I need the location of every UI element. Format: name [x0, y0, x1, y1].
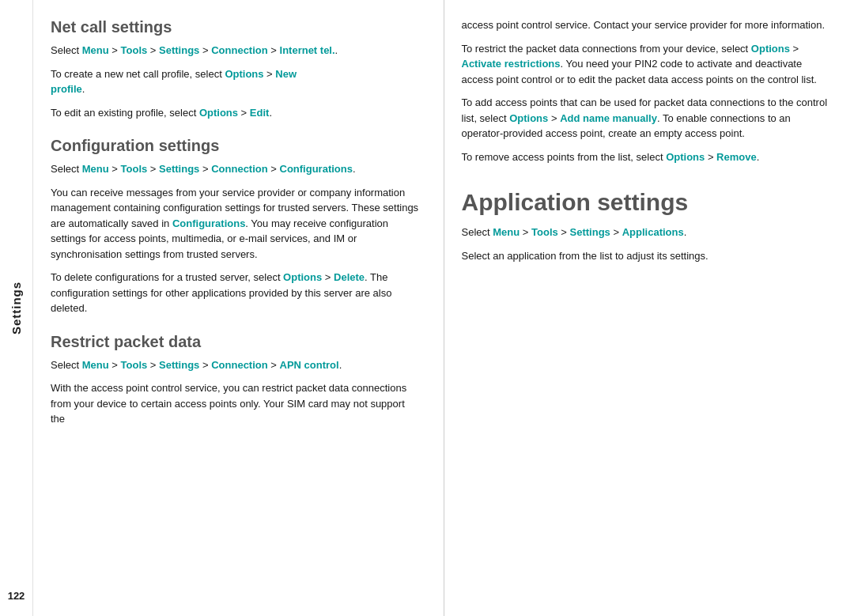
content-area: Net call settings Select Menu > Tools > …: [33, 0, 854, 616]
net-call-p2: To create a new net call profile, select…: [51, 66, 421, 97]
application-settings-title: Application settings: [462, 188, 833, 217]
section-restrict-cont: access point control service. Contact yo…: [462, 17, 833, 164]
restrict-cont-p2: To restrict the packet data connections …: [462, 41, 833, 88]
config-p1: Select Menu > Tools > Settings > Connect…: [51, 161, 421, 177]
applications-link: Applications: [622, 226, 684, 238]
activate-restrictions-link: Activate restrictions: [462, 58, 561, 70]
delete-link: Delete: [334, 271, 365, 283]
tools-link-r: Tools: [121, 359, 148, 371]
restrict-packet-data-title: Restrict packet data: [51, 332, 421, 351]
net-call-p3: To edit an existing profile, select Opti…: [51, 105, 421, 121]
add-name-manually-link: Add name manually: [560, 112, 657, 124]
tools-link-as: Tools: [531, 226, 558, 238]
connection-link-c: Connection: [211, 163, 268, 175]
remove-link: Remove: [716, 151, 757, 163]
edit-link: Edit: [250, 107, 270, 119]
restrict-cont-p1: access point control service. Contact yo…: [462, 17, 833, 33]
internet-tel-link: Internet tel.: [280, 44, 335, 56]
right-column: access point control service. Contact yo…: [444, 0, 855, 616]
tools-link: Tools: [121, 44, 148, 56]
config-p3: To delete configurations for a trusted s…: [51, 270, 421, 316]
settings-link: Settings: [159, 44, 199, 56]
options-link-an: Options: [509, 112, 548, 124]
configurations-link: Configurations: [280, 163, 353, 175]
page-number: 122: [8, 590, 25, 602]
connection-link: Connection: [211, 44, 268, 56]
options-link-1: Options: [225, 68, 263, 80]
app-p1: Select Menu > Tools > Settings > Applica…: [462, 225, 833, 240]
options-link-2: Options: [199, 107, 238, 119]
apn-control-link: APN control: [280, 359, 339, 371]
restrict-cont-p4: To remove access points from the list, s…: [462, 149, 833, 165]
tools-link-c: Tools: [121, 163, 148, 175]
section-configuration-settings: Configuration settings Select Menu > Too…: [51, 136, 421, 316]
left-column: Net call settings Select Menu > Tools > …: [33, 0, 444, 616]
restrict-p1: Select Menu > Tools > Settings > Connect…: [51, 357, 421, 373]
menu-link-as: Menu: [493, 226, 520, 238]
net-call-settings-title: Net call settings: [51, 17, 421, 36]
menu-link-c: Menu: [82, 163, 109, 175]
sidebar-label: Settings: [9, 282, 23, 334]
restrict-p2: With the access point control service, y…: [51, 380, 421, 427]
restrict-cont-p3: To add access points that can be used fo…: [462, 95, 833, 142]
connection-link-r: Connection: [211, 359, 268, 371]
menu-link: Menu: [82, 44, 109, 56]
options-link-d: Options: [283, 271, 322, 283]
menu-link-r: Menu: [82, 359, 109, 371]
sidebar: Settings 122: [0, 0, 33, 616]
settings-link-r: Settings: [159, 359, 199, 371]
section-net-call-settings: Net call settings Select Menu > Tools > …: [51, 17, 421, 120]
net-call-p1: Select Menu > Tools > Settings > Connect…: [51, 43, 421, 59]
section-restrict-packet-data: Restrict packet data Select Menu > Tools…: [51, 332, 421, 427]
options-link-ar: Options: [751, 43, 790, 55]
settings-link-as: Settings: [570, 226, 610, 238]
app-p2: Select an application from the list to a…: [462, 248, 833, 264]
section-application-settings: Application settings Select Menu > Tools…: [462, 188, 833, 263]
configuration-settings-title: Configuration settings: [51, 136, 421, 155]
options-link-rm: Options: [666, 151, 705, 163]
config-p2: You can receive messages from your servi…: [51, 185, 421, 263]
configurations-link-2: Configurations: [172, 217, 245, 229]
settings-link-c: Settings: [159, 163, 199, 175]
